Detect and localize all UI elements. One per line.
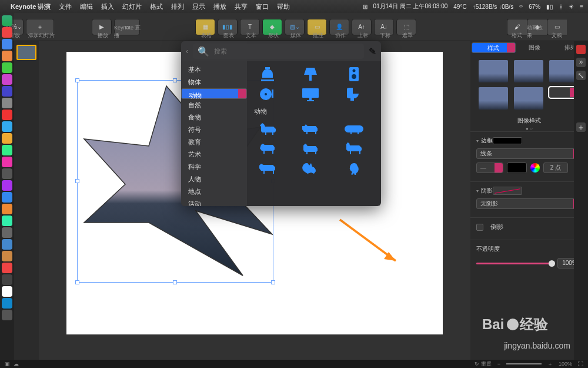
reset-button[interactable]: ↻ 重置: [475, 360, 492, 368]
border-type-select[interactable]: 线条: [476, 148, 582, 159]
cat-science[interactable]: 科学: [181, 161, 247, 173]
dock-app-icon[interactable]: [2, 157, 12, 167]
shape-bull-icon[interactable]: [258, 161, 278, 177]
dock-app-icon[interactable]: [2, 227, 12, 238]
menu-format[interactable]: 格式: [150, 2, 163, 11]
style-preset[interactable]: [479, 60, 508, 82]
zoom-in-icon[interactable]: ＋: [547, 360, 553, 368]
dock-app-icon[interactable]: [2, 51, 12, 61]
shape-speaker-icon[interactable]: [344, 66, 364, 82]
dock-app-icon[interactable]: [2, 251, 12, 261]
dock-app-icon[interactable]: [2, 74, 12, 85]
shape-cow-icon[interactable]: [300, 121, 320, 137]
dock-app-icon[interactable]: [2, 27, 12, 38]
dock-finder-icon[interactable]: [2, 15, 12, 26]
slide-thumbnail[interactable]: [16, 45, 36, 60]
menu-arrange[interactable]: 排列: [171, 2, 184, 11]
dock-app-icon[interactable]: [2, 145, 12, 155]
sidebar-add-icon[interactable]: ＋: [576, 122, 586, 132]
dock-app-icon[interactable]: [2, 192, 12, 203]
cat-animals[interactable]: 动物: [181, 88, 247, 99]
cat-education[interactable]: 教育: [181, 136, 247, 148]
style-preset[interactable]: [479, 87, 508, 110]
resize-handle[interactable]: [271, 280, 275, 284]
slide-navigator[interactable]: [14, 41, 39, 360]
sidebar-icon[interactable]: [576, 45, 586, 54]
shape-goat-icon[interactable]: [300, 141, 320, 157]
shape-alarm-icon[interactable]: [258, 66, 278, 82]
cat-places[interactable]: 地点: [181, 185, 247, 198]
sidebar-icon[interactable]: »: [576, 58, 586, 67]
resize-handle[interactable]: [75, 179, 79, 183]
reflection-checkbox[interactable]: [476, 224, 483, 231]
resize-handle[interactable]: [75, 280, 79, 284]
cat-objects[interactable]: 物体: [181, 76, 247, 88]
style-preset[interactable]: [514, 60, 543, 82]
style-preset[interactable]: [514, 87, 543, 110]
dock-app-icon[interactable]: [2, 133, 12, 144]
shape-search-input[interactable]: [214, 48, 359, 55]
shape-lamp-icon[interactable]: [300, 66, 320, 82]
shape-toilet-icon[interactable]: [344, 86, 364, 102]
page-dots[interactable]: ● ○: [470, 126, 588, 131]
shape-chicken-icon[interactable]: [344, 161, 364, 177]
spotlight-icon[interactable]: ☀: [569, 4, 574, 10]
menu-insert[interactable]: 插入: [101, 2, 114, 11]
status-icon[interactable]: ☁: [14, 361, 19, 367]
menu-slide[interactable]: 幻灯片: [122, 2, 142, 11]
shape-turntable-icon[interactable]: [258, 86, 278, 102]
cat-people[interactable]: 人物: [181, 173, 247, 185]
shape-rabbit-icon[interactable]: [300, 161, 320, 177]
menu-file[interactable]: 文件: [59, 2, 72, 11]
status-icon[interactable]: ⊞: [363, 4, 368, 10]
shape-pig-icon[interactable]: [344, 121, 364, 137]
inspector-tab-image[interactable]: 图像: [517, 41, 553, 54]
dock-app-icon[interactable]: [2, 263, 12, 273]
bluetooth-icon[interactable]: ᚼ: [559, 4, 563, 10]
menu-icon[interactable]: ≡: [580, 4, 583, 10]
zoom-out-icon[interactable]: −: [497, 361, 500, 367]
shape-donkey-icon[interactable]: [344, 141, 364, 157]
cat-nature[interactable]: 自然: [181, 99, 247, 111]
dock-app-icon[interactable]: [2, 216, 12, 226]
status-icon[interactable]: ▣: [5, 361, 10, 367]
cat-arts[interactable]: 艺术: [181, 148, 247, 161]
dock-app-icon[interactable]: [2, 110, 12, 120]
menu-view[interactable]: 显示: [192, 2, 205, 11]
menu-play[interactable]: 播放: [213, 2, 226, 11]
cat-activities[interactable]: 活动: [181, 198, 247, 206]
resize-handle[interactable]: [173, 280, 177, 284]
menu-window[interactable]: 窗口: [256, 2, 269, 11]
border-section[interactable]: 边框: [476, 137, 582, 145]
dock-app-icon[interactable]: [2, 121, 12, 132]
dock-app-icon[interactable]: [2, 204, 12, 214]
line-style-select[interactable]: —: [476, 163, 503, 173]
menu-edit[interactable]: 编辑: [80, 2, 93, 11]
dock-app-icon[interactable]: [2, 168, 12, 179]
cat-food[interactable]: 食物: [181, 111, 247, 124]
shape-monitor-icon[interactable]: [300, 86, 320, 102]
shadow-select[interactable]: 无阴影: [476, 198, 582, 209]
menu-share[interactable]: 共享: [235, 2, 248, 11]
dock-app-icon[interactable]: [2, 310, 12, 320]
dock-app-icon[interactable]: [2, 274, 12, 285]
prev-icon[interactable]: ‹: [186, 47, 188, 55]
color-picker-icon[interactable]: [530, 163, 540, 173]
dock-app-icon[interactable]: [2, 86, 12, 97]
menu-help[interactable]: 帮助: [277, 2, 290, 11]
border-color-well[interactable]: [507, 163, 527, 173]
dock-app-icon[interactable]: [2, 180, 12, 191]
dock-app-icon[interactable]: [2, 239, 12, 250]
dock-app-icon[interactable]: [2, 62, 12, 73]
border-width-stepper[interactable]: 2 点: [543, 163, 568, 173]
sidebar-icon[interactable]: ⤡: [576, 71, 586, 80]
resize-handle[interactable]: [173, 78, 177, 82]
inspector-tab-style[interactable]: 样式: [472, 42, 516, 53]
shape-horse-icon[interactable]: [258, 121, 278, 137]
opacity-slider[interactable]: [476, 263, 554, 264]
app-name[interactable]: Keynote 讲演: [11, 2, 51, 11]
dock-app-icon[interactable]: [2, 98, 12, 108]
cat-basic[interactable]: 基本: [181, 64, 247, 76]
shape-sheep-icon[interactable]: [258, 141, 278, 157]
shadow-section[interactable]: 阴影: [476, 187, 582, 195]
